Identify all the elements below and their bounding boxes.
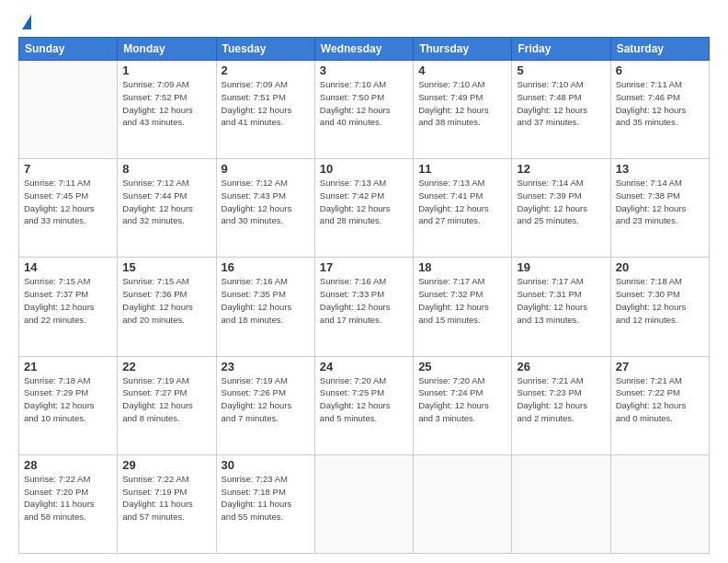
day-number: 2	[222, 63, 310, 77]
day-number: 21	[24, 360, 112, 373]
logo	[18, 17, 31, 29]
calendar-cell: 12Sunrise: 7:14 AM Sunset: 7:39 PM Dayli…	[512, 159, 610, 258]
day-info: Sunrise: 7:11 AM Sunset: 7:46 PM Dayligh…	[616, 78, 704, 129]
calendar-week-row: 1Sunrise: 7:09 AM Sunset: 7:52 PM Daylig…	[19, 61, 710, 159]
calendar-cell: 18Sunrise: 7:17 AM Sunset: 7:32 PM Dayli…	[414, 258, 512, 356]
day-info: Sunrise: 7:18 AM Sunset: 7:30 PM Dayligh…	[616, 275, 704, 326]
day-info: Sunrise: 7:10 AM Sunset: 7:48 PM Dayligh…	[517, 78, 605, 129]
calendar-cell: 15Sunrise: 7:15 AM Sunset: 7:36 PM Dayli…	[118, 258, 216, 356]
day-info: Sunrise: 7:12 AM Sunset: 7:43 PM Dayligh…	[222, 177, 310, 227]
day-number: 5	[517, 63, 605, 77]
day-info: Sunrise: 7:14 AM Sunset: 7:38 PM Dayligh…	[616, 177, 704, 227]
day-info: Sunrise: 7:15 AM Sunset: 7:36 PM Dayligh…	[122, 275, 210, 326]
day-info: Sunrise: 7:13 AM Sunset: 7:41 PM Dayligh…	[418, 177, 506, 227]
calendar-cell: 4Sunrise: 7:10 AM Sunset: 7:49 PM Daylig…	[414, 61, 512, 159]
day-info: Sunrise: 7:16 AM Sunset: 7:33 PM Dayligh…	[320, 275, 408, 326]
day-info: Sunrise: 7:22 AM Sunset: 7:19 PM Dayligh…	[122, 473, 210, 523]
logo-triangle-icon	[22, 15, 31, 29]
day-number: 14	[24, 260, 112, 274]
calendar-cell: 5Sunrise: 7:10 AM Sunset: 7:48 PM Daylig…	[512, 61, 610, 159]
weekday-header-friday: Friday	[512, 38, 610, 61]
calendar-table: SundayMondayTuesdayWednesdayThursdayFrid…	[18, 37, 710, 554]
day-number: 24	[320, 360, 408, 373]
calendar-cell: 11Sunrise: 7:13 AM Sunset: 7:41 PM Dayli…	[414, 159, 512, 258]
day-info: Sunrise: 7:09 AM Sunset: 7:52 PM Dayligh…	[122, 78, 210, 129]
day-info: Sunrise: 7:16 AM Sunset: 7:35 PM Dayligh…	[222, 275, 310, 326]
weekday-header-tuesday: Tuesday	[216, 38, 314, 61]
day-number: 25	[418, 360, 506, 373]
day-number: 8	[122, 162, 210, 176]
day-info: Sunrise: 7:20 AM Sunset: 7:25 PM Dayligh…	[320, 374, 408, 425]
day-info: Sunrise: 7:21 AM Sunset: 7:23 PM Dayligh…	[517, 374, 605, 425]
calendar-cell: 7Sunrise: 7:11 AM Sunset: 7:45 PM Daylig…	[19, 159, 118, 258]
day-info: Sunrise: 7:14 AM Sunset: 7:39 PM Dayligh…	[517, 177, 605, 227]
day-number: 13	[616, 162, 704, 176]
day-info: Sunrise: 7:20 AM Sunset: 7:24 PM Dayligh…	[418, 374, 506, 425]
day-number: 16	[222, 260, 310, 274]
day-number: 20	[616, 260, 704, 274]
page: SundayMondayTuesdayWednesdayThursdayFrid…	[0, 0, 728, 563]
weekday-header-wednesday: Wednesday	[314, 38, 413, 61]
day-number: 23	[222, 360, 310, 373]
calendar-cell	[610, 454, 709, 553]
weekday-header-monday: Monday	[118, 38, 216, 61]
calendar-cell	[414, 454, 512, 553]
calendar-week-row: 28Sunrise: 7:22 AM Sunset: 7:20 PM Dayli…	[19, 454, 710, 553]
calendar-cell: 24Sunrise: 7:20 AM Sunset: 7:25 PM Dayli…	[314, 356, 413, 454]
calendar-cell: 28Sunrise: 7:22 AM Sunset: 7:20 PM Dayli…	[19, 454, 118, 553]
calendar-cell: 22Sunrise: 7:19 AM Sunset: 7:27 PM Dayli…	[118, 356, 216, 454]
day-info: Sunrise: 7:22 AM Sunset: 7:20 PM Dayligh…	[24, 473, 112, 523]
calendar-cell	[314, 454, 413, 553]
day-info: Sunrise: 7:19 AM Sunset: 7:26 PM Dayligh…	[222, 374, 310, 425]
day-info: Sunrise: 7:15 AM Sunset: 7:37 PM Dayligh…	[24, 275, 112, 326]
calendar-cell: 19Sunrise: 7:17 AM Sunset: 7:31 PM Dayli…	[512, 258, 610, 356]
day-info: Sunrise: 7:11 AM Sunset: 7:45 PM Dayligh…	[24, 177, 112, 227]
calendar-cell: 14Sunrise: 7:15 AM Sunset: 7:37 PM Dayli…	[19, 258, 118, 356]
calendar-cell: 13Sunrise: 7:14 AM Sunset: 7:38 PM Dayli…	[610, 159, 709, 258]
day-info: Sunrise: 7:10 AM Sunset: 7:50 PM Dayligh…	[320, 78, 408, 129]
calendar-cell: 20Sunrise: 7:18 AM Sunset: 7:30 PM Dayli…	[610, 258, 709, 356]
calendar-cell: 6Sunrise: 7:11 AM Sunset: 7:46 PM Daylig…	[610, 61, 709, 159]
calendar-cell: 2Sunrise: 7:09 AM Sunset: 7:51 PM Daylig…	[216, 61, 314, 159]
day-info: Sunrise: 7:09 AM Sunset: 7:51 PM Dayligh…	[222, 78, 310, 129]
header	[18, 17, 710, 29]
day-number: 3	[320, 63, 408, 77]
day-info: Sunrise: 7:12 AM Sunset: 7:44 PM Dayligh…	[122, 177, 210, 227]
calendar-cell: 17Sunrise: 7:16 AM Sunset: 7:33 PM Dayli…	[314, 258, 413, 356]
day-number: 29	[122, 458, 210, 472]
calendar-week-row: 7Sunrise: 7:11 AM Sunset: 7:45 PM Daylig…	[19, 159, 710, 258]
day-info: Sunrise: 7:10 AM Sunset: 7:49 PM Dayligh…	[418, 78, 506, 129]
calendar-cell: 16Sunrise: 7:16 AM Sunset: 7:35 PM Dayli…	[216, 258, 314, 356]
calendar-cell: 25Sunrise: 7:20 AM Sunset: 7:24 PM Dayli…	[414, 356, 512, 454]
day-number: 22	[122, 360, 210, 373]
day-number: 4	[418, 63, 506, 77]
weekday-header-thursday: Thursday	[414, 38, 512, 61]
calendar-cell: 8Sunrise: 7:12 AM Sunset: 7:44 PM Daylig…	[118, 159, 216, 258]
day-number: 10	[320, 162, 408, 176]
calendar-week-row: 21Sunrise: 7:18 AM Sunset: 7:29 PM Dayli…	[19, 356, 710, 454]
calendar-cell: 27Sunrise: 7:21 AM Sunset: 7:22 PM Dayli…	[610, 356, 709, 454]
day-info: Sunrise: 7:18 AM Sunset: 7:29 PM Dayligh…	[24, 374, 112, 425]
day-info: Sunrise: 7:17 AM Sunset: 7:32 PM Dayligh…	[418, 275, 506, 326]
calendar-cell	[512, 454, 610, 553]
day-info: Sunrise: 7:23 AM Sunset: 7:18 PM Dayligh…	[222, 473, 310, 523]
calendar-cell: 23Sunrise: 7:19 AM Sunset: 7:26 PM Dayli…	[216, 356, 314, 454]
day-number: 6	[616, 63, 704, 77]
calendar-cell: 1Sunrise: 7:09 AM Sunset: 7:52 PM Daylig…	[118, 61, 216, 159]
day-number: 15	[122, 260, 210, 274]
calendar-cell: 26Sunrise: 7:21 AM Sunset: 7:23 PM Dayli…	[512, 356, 610, 454]
day-info: Sunrise: 7:13 AM Sunset: 7:42 PM Dayligh…	[320, 177, 408, 227]
calendar-cell: 9Sunrise: 7:12 AM Sunset: 7:43 PM Daylig…	[216, 159, 314, 258]
day-number: 12	[517, 162, 605, 176]
calendar-cell: 3Sunrise: 7:10 AM Sunset: 7:50 PM Daylig…	[314, 61, 413, 159]
day-info: Sunrise: 7:19 AM Sunset: 7:27 PM Dayligh…	[122, 374, 210, 425]
weekday-header-saturday: Saturday	[610, 38, 709, 61]
calendar-week-row: 14Sunrise: 7:15 AM Sunset: 7:37 PM Dayli…	[19, 258, 710, 356]
day-number: 1	[122, 63, 210, 77]
day-number: 27	[616, 360, 704, 373]
day-info: Sunrise: 7:21 AM Sunset: 7:22 PM Dayligh…	[616, 374, 704, 425]
day-number: 17	[320, 260, 408, 274]
calendar-cell: 30Sunrise: 7:23 AM Sunset: 7:18 PM Dayli…	[216, 454, 314, 553]
day-number: 11	[418, 162, 506, 176]
calendar-cell: 29Sunrise: 7:22 AM Sunset: 7:19 PM Dayli…	[118, 454, 216, 553]
